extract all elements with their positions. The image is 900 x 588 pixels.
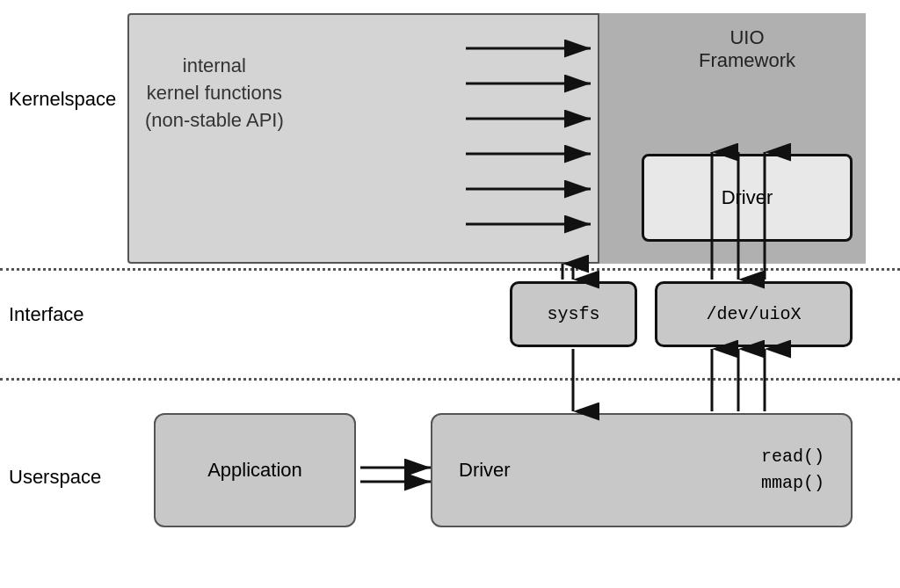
userspace-label: Userspace xyxy=(9,466,101,489)
devuio-label: /dev/uioX xyxy=(706,304,801,324)
sysfs-box: sysfs xyxy=(510,281,637,347)
internal-kernel-text: internalkernel functions(non-stable API) xyxy=(145,53,284,134)
code-functions: read() mmap() xyxy=(761,444,824,497)
application-label: Application xyxy=(207,459,302,482)
divider-bottom xyxy=(0,378,900,381)
divider-top xyxy=(0,268,900,271)
devuio-box: /dev/uioX xyxy=(655,281,853,347)
diagram-container: Kernelspace Interface Userspace internal… xyxy=(0,0,900,588)
application-box: Application xyxy=(154,413,356,527)
driver-kernel-label: Driver xyxy=(722,186,773,209)
uio-framework-label: UIOFramework xyxy=(633,26,861,72)
interface-label: Interface xyxy=(9,303,84,326)
driver-kernel-box: Driver xyxy=(642,154,853,242)
mmap-func: mmap() xyxy=(761,473,824,493)
sysfs-label: sysfs xyxy=(547,304,599,324)
driver-user-label: Driver xyxy=(459,459,511,482)
kernelspace-label: Kernelspace xyxy=(9,88,116,111)
read-func: read() xyxy=(761,446,824,467)
driver-user-box: Driver read() mmap() xyxy=(431,413,853,527)
